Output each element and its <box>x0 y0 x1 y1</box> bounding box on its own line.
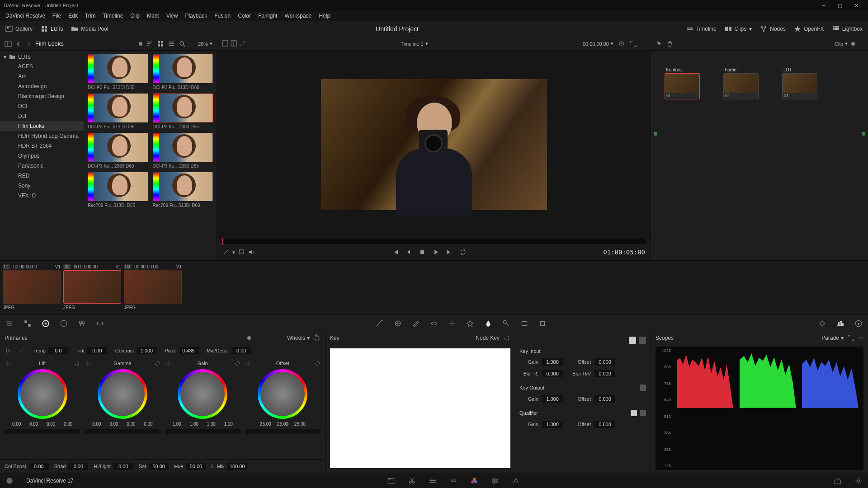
qualifier-offset[interactable] <box>594 421 615 428</box>
wheel-value[interactable]: 0.00 <box>43 422 59 427</box>
speaker-icon[interactable] <box>248 249 255 256</box>
panel-icon[interactable] <box>5 40 12 47</box>
openfx-toggle[interactable]: OpenFX <box>794 25 824 33</box>
forward-icon[interactable] <box>25 41 32 47</box>
window-maximize-button[interactable]: ▢ <box>832 0 848 11</box>
lut-category[interactable]: ACES <box>0 61 84 71</box>
lut-category[interactable]: RED <box>0 171 84 181</box>
keyinput-blurr[interactable] <box>542 370 563 377</box>
reset-icon[interactable] <box>314 360 321 366</box>
lmix-input[interactable] <box>227 463 247 470</box>
wheel-value[interactable]: 1.00 <box>203 422 219 427</box>
prev-frame-icon[interactable] <box>405 249 412 256</box>
menu-clip[interactable]: Clip <box>127 13 143 19</box>
node[interactable]: LUT03 <box>782 73 817 99</box>
reset-icon[interactable] <box>503 334 510 342</box>
node-options-icon[interactable]: ⋯ <box>859 41 863 47</box>
warper-icon[interactable] <box>394 319 402 328</box>
nodes-toggle[interactable]: Nodes <box>760 25 786 33</box>
scopes-expand-icon[interactable] <box>847 334 854 342</box>
motion-icon[interactable] <box>96 319 104 328</box>
menu-timeline[interactable]: Timeline <box>99 13 127 19</box>
scopes-options-icon[interactable]: ⋯ <box>858 335 863 341</box>
menu-view[interactable]: View <box>163 13 182 19</box>
lut-category[interactable]: Astrodesign <box>0 81 84 91</box>
bypass-icon[interactable] <box>618 40 625 47</box>
wheel-value[interactable]: 0.00 <box>9 422 24 427</box>
play-icon[interactable] <box>432 249 439 256</box>
clip-thumb[interactable]: 0300:00:00:00V1JPEG <box>124 263 182 310</box>
lut-category[interactable]: Film Looks <box>0 121 84 131</box>
node[interactable]: Kontrast01 <box>665 73 700 99</box>
clips-toggle[interactable]: Clips▾ <box>725 25 752 33</box>
lut-category[interactable]: Sony <box>0 181 84 191</box>
contrast-input[interactable] <box>137 347 156 354</box>
keyinput-gain[interactable] <box>542 358 563 366</box>
wheel-value[interactable]: 1.00 <box>186 422 202 427</box>
menu-color[interactable]: Color <box>234 13 255 19</box>
reset-icon[interactable] <box>234 360 241 366</box>
prev-clip-icon[interactable] <box>392 249 399 256</box>
lut-category[interactable]: Panasonic <box>0 161 84 171</box>
node[interactable]: Farbe02 <box>723 73 759 99</box>
mediapool-toggle[interactable]: Media Pool <box>71 25 108 33</box>
menu-workspace[interactable]: Workspace <box>281 13 316 19</box>
window-icon[interactable] <box>430 319 438 328</box>
window-close-button[interactable]: ✕ <box>848 0 864 11</box>
wheel-value[interactable]: 0.00 <box>106 422 122 427</box>
node-input-connector[interactable] <box>654 132 657 136</box>
lut-thumb[interactable]: Rec709 Fu...513DI D55 <box>88 172 148 208</box>
highlight-b-icon[interactable] <box>230 40 237 47</box>
blur-icon[interactable] <box>484 319 492 328</box>
color-wheel[interactable] <box>178 369 227 419</box>
menu-edit[interactable]: Edit <box>65 13 81 19</box>
deliver-page-icon[interactable] <box>512 477 520 485</box>
lut-thumb[interactable]: DCI-P3 Fu...513DI D60 <box>153 54 213 90</box>
lut-thumb[interactable]: DCI-P3 Ko... 2383 D60 <box>88 133 148 169</box>
lut-thumb[interactable]: DCI-P3 Fu...513DI D65 <box>88 94 148 129</box>
lut-category[interactable]: Olympus <box>0 151 84 161</box>
wheel-value[interactable]: 25.00 <box>292 422 307 427</box>
clip-thumb[interactable]: 0100:00:00:00V1JPEG <box>3 263 61 310</box>
reset-icon[interactable] <box>313 334 321 342</box>
color-wheel[interactable] <box>258 369 307 419</box>
picker-icon[interactable] <box>5 360 11 366</box>
3d-icon[interactable] <box>538 319 547 328</box>
matte-invert[interactable] <box>639 337 646 344</box>
lut-category[interactable]: DCI <box>0 101 84 111</box>
sat-input[interactable] <box>149 463 169 470</box>
wheel-value[interactable]: 1.00 <box>221 422 236 427</box>
edit-page-icon[interactable] <box>429 477 437 485</box>
timeline-dropdown[interactable]: Timeline 1▾ <box>401 41 428 47</box>
wheel-jog[interactable] <box>165 429 241 434</box>
lightbox-toggle[interactable]: Lightbox <box>832 25 863 33</box>
cut-page-icon[interactable] <box>408 477 416 485</box>
wheel-value[interactable]: 0.00 <box>26 422 42 427</box>
menu-help[interactable]: Help <box>315 13 334 19</box>
lut-category[interactable]: Arri <box>0 71 84 81</box>
temp-input[interactable] <box>48 347 68 354</box>
qualifier-icon[interactable] <box>412 319 420 328</box>
lut-thumb[interactable]: DCI-P3 Fu...513DI D55 <box>88 54 148 90</box>
lut-category[interactable]: VFX IO <box>0 191 84 201</box>
timeline-toggle[interactable]: Timeline <box>686 25 717 33</box>
keyoutput-gain[interactable] <box>542 395 563 403</box>
wheel-value[interactable]: 25.00 <box>258 422 273 427</box>
lut-category[interactable]: HDR Hybrid Log-Gamma <box>0 131 84 141</box>
zoom-dropdown[interactable]: 26%▾ <box>198 41 212 47</box>
lut-folder-root[interactable]: ▾ LUTs <box>0 52 84 61</box>
tracker-icon[interactable] <box>448 319 456 328</box>
menu-playback[interactable]: Playback <box>181 13 211 19</box>
tint-input[interactable] <box>87 347 107 354</box>
pivot-input[interactable] <box>179 347 198 354</box>
picker-icon[interactable] <box>245 360 251 366</box>
colboost-input[interactable] <box>29 463 49 470</box>
options-icon[interactable]: ⋯ <box>189 41 194 47</box>
sort-icon[interactable] <box>146 40 153 47</box>
color-page-icon[interactable] <box>470 477 478 485</box>
next-clip-icon[interactable] <box>446 249 453 256</box>
magic-mask-icon[interactable] <box>466 319 474 328</box>
hand-icon[interactable] <box>666 40 674 47</box>
awb-icon[interactable] <box>19 347 25 354</box>
wheel-value[interactable]: 0.00 <box>141 422 156 427</box>
